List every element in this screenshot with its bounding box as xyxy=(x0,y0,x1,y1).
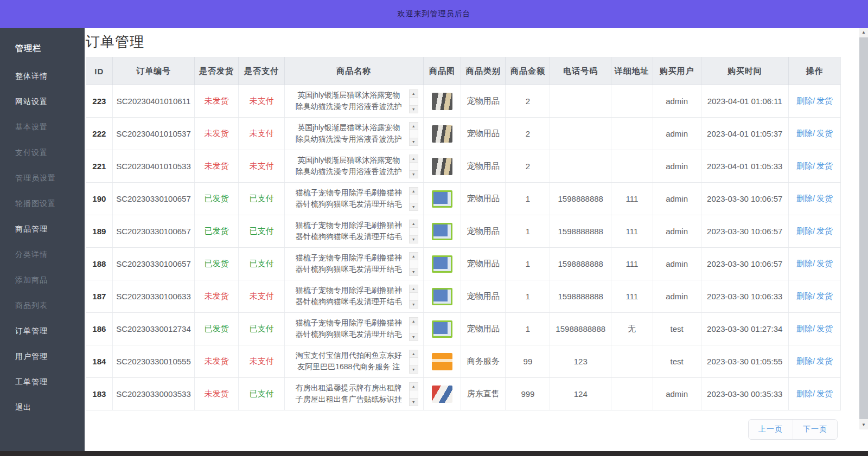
category-cell: 宠物用品 xyxy=(461,150,506,183)
scroll-up-icon[interactable]: ▲ xyxy=(410,383,418,390)
name-scrollbar[interactable]: ▲▼ xyxy=(409,122,418,146)
product-name-text: 英国jhly银渐层猫咪沐浴露宠物除臭幼猫洗澡专用浴液香波洗护 xyxy=(290,122,408,143)
sidebar-item[interactable]: 整体详情 xyxy=(0,63,85,89)
sidebar-item[interactable]: 基本设置 xyxy=(0,114,85,140)
ship-link[interactable]: 发货 xyxy=(816,291,833,300)
name-scrollbar[interactable]: ▲▼ xyxy=(409,382,418,406)
delete-link[interactable]: 删除 xyxy=(796,324,813,333)
pay-status-cell: 已支付 xyxy=(238,313,284,345)
scroll-down-icon[interactable]: ▼ xyxy=(410,268,418,275)
scroll-up-icon[interactable]: ▲ xyxy=(410,90,418,98)
ship-link[interactable]: 发货 xyxy=(816,96,833,105)
table-row: 183SC20230330003533未发货已支付有房出租温馨提示牌有房出租牌子… xyxy=(86,378,841,410)
delete-link[interactable]: 删除 xyxy=(796,194,813,203)
sidebar-item[interactable]: 添加商品 xyxy=(0,267,85,293)
name-scrollbar[interactable]: ▲▼ xyxy=(409,252,418,276)
ship-link[interactable]: 发货 xyxy=(816,161,833,170)
vertical-scrollbar[interactable]: ▲ ▼ xyxy=(859,28,868,429)
product-name-box: 猫梳子宠物专用除浮毛刷撸猫神器针梳狗狗猫咪毛发清理开结毛▲▼ xyxy=(287,187,421,211)
delete-link[interactable]: 删除 xyxy=(796,356,813,365)
sidebar-item[interactable]: 分类详情 xyxy=(0,242,85,267)
delete-link[interactable]: 删除 xyxy=(796,96,813,105)
sidebar-item[interactable]: 用户管理 xyxy=(0,344,85,369)
scroll-up-icon[interactable]: ▲ xyxy=(410,285,418,293)
name-scrollbar[interactable]: ▲▼ xyxy=(409,220,418,243)
sidebar-item[interactable]: 轮播图设置 xyxy=(0,191,85,216)
name-scrollbar[interactable]: ▲▼ xyxy=(409,89,418,113)
delete-link[interactable]: 删除 xyxy=(796,291,813,300)
actions-cell: 删除/发货 xyxy=(788,150,840,183)
delete-link[interactable]: 删除 xyxy=(796,129,813,138)
ship-link[interactable]: 发货 xyxy=(816,324,833,333)
product-name-cell: 猫梳子宠物专用除浮毛刷撸猫神器针梳狗狗猫咪毛发清理开结毛▲▼ xyxy=(284,183,423,215)
ship-link[interactable]: 发货 xyxy=(816,356,833,365)
scroll-down-icon[interactable]: ▼ xyxy=(410,170,418,178)
delete-link[interactable]: 删除 xyxy=(796,161,813,170)
scroll-up-icon[interactable]: ▲ xyxy=(410,123,418,130)
scroll-up-icon[interactable]: ▲ xyxy=(410,253,418,260)
scrollbar-up-icon[interactable]: ▲ xyxy=(859,28,868,37)
delete-link[interactable]: 删除 xyxy=(796,226,813,235)
scroll-down-icon[interactable]: ▼ xyxy=(410,203,418,210)
name-scrollbar[interactable]: ▲▼ xyxy=(409,350,418,374)
sidebar-item[interactable]: 网站设置 xyxy=(0,89,85,114)
actions-cell: 删除/发货 xyxy=(788,313,840,345)
sidebar-item[interactable]: 订单管理 xyxy=(0,318,85,344)
scroll-down-icon[interactable]: ▼ xyxy=(410,235,418,243)
sidebar-item[interactable]: 支付设置 xyxy=(0,140,85,165)
scroll-up-icon[interactable]: ▲ xyxy=(410,188,418,195)
sidebar-item[interactable]: 工单管理 xyxy=(0,369,85,395)
product-name-box: 猫梳子宠物专用除浮毛刷撸猫神器针梳狗狗猫咪毛发清理开结毛▲▼ xyxy=(287,285,421,309)
scroll-up-icon[interactable]: ▲ xyxy=(410,220,418,228)
scroll-down-icon[interactable]: ▼ xyxy=(410,105,418,113)
scroll-up-icon[interactable]: ▲ xyxy=(410,155,418,163)
prev-page-button[interactable]: 上一页 xyxy=(749,420,793,439)
category-cell: 宠物用品 xyxy=(461,248,506,280)
name-scrollbar[interactable]: ▲▼ xyxy=(409,285,418,309)
action-separator: / xyxy=(813,291,815,300)
product-name-cell: 淘宝支付宝信用代拍闲鱼京东好友阿里巴巴1688代商务服务 注▲▼ xyxy=(284,345,423,378)
product-image xyxy=(432,353,452,370)
scroll-down-icon[interactable]: ▼ xyxy=(410,138,418,145)
sidebar-item[interactable]: 退出 xyxy=(0,395,85,420)
ship-link[interactable]: 发货 xyxy=(816,194,833,203)
table-row: 190SC20230330100657已发货已支付猫梳子宠物专用除浮毛刷撸猫神器… xyxy=(86,183,841,215)
scroll-down-icon[interactable]: ▼ xyxy=(410,333,418,341)
ship-link[interactable]: 发货 xyxy=(816,129,833,138)
scroll-up-icon[interactable]: ▲ xyxy=(410,318,418,325)
ship-link[interactable]: 发货 xyxy=(816,259,833,268)
table-row: 222SC20230401010537未发货未支付英国jhly银渐层猫咪沐浴露宠… xyxy=(86,118,841,150)
scroll-down-icon[interactable]: ▼ xyxy=(410,300,418,308)
scroll-down-icon[interactable]: ▼ xyxy=(410,398,418,406)
amount-cell: 1 xyxy=(506,183,550,215)
product-name-cell: 猫梳子宠物专用除浮毛刷撸猫神器针梳狗狗猫咪毛发清理开结毛▲▼ xyxy=(284,280,423,313)
delete-link[interactable]: 删除 xyxy=(796,389,813,398)
sidebar-item[interactable]: 管理员设置 xyxy=(0,165,85,191)
address-cell: 111 xyxy=(611,248,653,280)
product-name-text: 猫梳子宠物专用除浮毛刷撸猫神器针梳狗狗猫咪毛发清理开结毛 xyxy=(290,285,408,305)
ship-status-cell: 已发货 xyxy=(195,248,239,280)
scrollbar-thumb[interactable] xyxy=(859,37,868,419)
actions-cell: 删除/发货 xyxy=(788,118,840,150)
id-cell: 222 xyxy=(86,118,113,150)
sidebar-item[interactable]: 商品列表 xyxy=(0,293,85,318)
address-cell: 111 xyxy=(611,215,653,248)
id-cell: 184 xyxy=(86,345,113,378)
sidebar-item[interactable]: 商品管理 xyxy=(0,216,85,242)
scroll-up-icon[interactable]: ▲ xyxy=(410,350,418,358)
name-scrollbar[interactable]: ▲▼ xyxy=(409,155,418,178)
delete-link[interactable]: 删除 xyxy=(796,259,813,268)
ship-link[interactable]: 发货 xyxy=(816,389,833,398)
product-image xyxy=(432,190,452,208)
scroll-down-icon[interactable]: ▼ xyxy=(410,365,418,373)
name-scrollbar[interactable]: ▲▼ xyxy=(409,317,418,341)
next-page-button[interactable]: 下一页 xyxy=(793,420,837,439)
address-cell xyxy=(611,118,653,150)
actions-cell: 删除/发货 xyxy=(788,215,840,248)
name-scrollbar[interactable]: ▲▼ xyxy=(409,187,418,211)
product-image-cell xyxy=(423,345,461,378)
actions-cell: 删除/发货 xyxy=(788,378,840,410)
ship-link[interactable]: 发货 xyxy=(816,226,833,235)
scrollbar-down-icon[interactable]: ▼ xyxy=(859,421,868,429)
column-header: 购买用户 xyxy=(653,57,701,85)
